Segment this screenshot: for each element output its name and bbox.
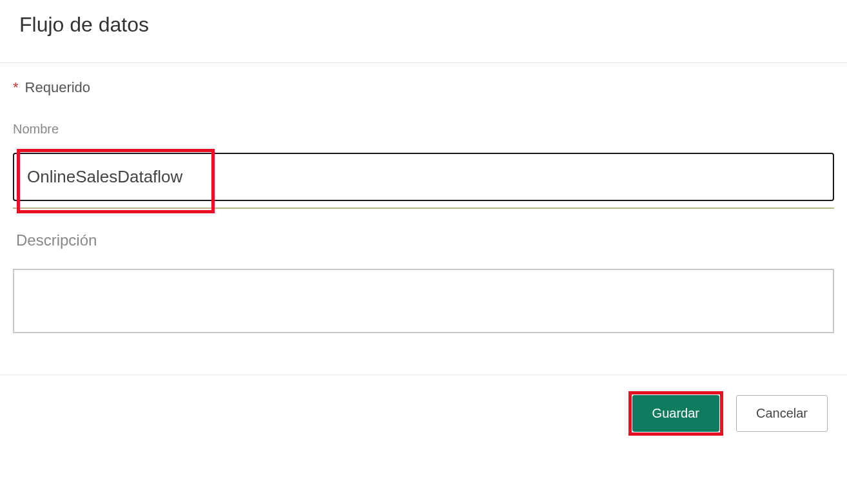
required-asterisk-icon: * — [13, 81, 19, 95]
name-input-underline — [13, 208, 834, 209]
required-indicator-row: * Requerido — [13, 79, 834, 96]
dialog-footer: Guardar Cancelar — [0, 375, 847, 436]
save-button-highlight-wrap: Guardar — [628, 391, 723, 436]
name-field-label: Nombre — [13, 122, 834, 137]
save-button[interactable]: Guardar — [632, 395, 719, 432]
name-input[interactable] — [13, 153, 834, 201]
name-input-container — [13, 153, 834, 201]
required-label: Requerido — [25, 79, 91, 96]
dialog-title: Flujo de datos — [19, 13, 828, 37]
description-textarea[interactable] — [13, 269, 834, 333]
dialog-header: Flujo de datos — [0, 0, 847, 63]
description-field-label: Descripción — [16, 231, 834, 249]
form-body: * Requerido Nombre Descripción — [0, 63, 847, 355]
cancel-button[interactable]: Cancelar — [736, 395, 828, 432]
